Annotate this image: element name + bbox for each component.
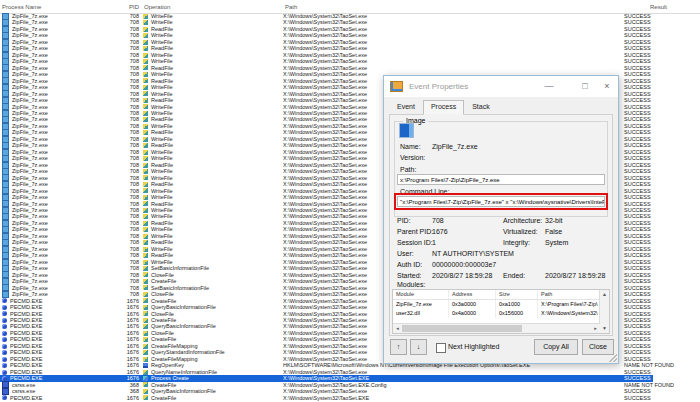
name-label: Name: (400, 143, 421, 150)
operation-icon (143, 318, 148, 323)
module-cell: 0x156000 (496, 309, 538, 318)
process-icon (2, 324, 7, 329)
module-cell: user32.dll (393, 309, 449, 318)
hscroll-left-icon[interactable]: ◂ (393, 324, 402, 333)
started-value: 2020/8/27 18:59:28 (432, 272, 492, 279)
session-id-label: Session ID: (397, 239, 433, 246)
table-row[interactable]: PECMD.EXE1676CreateFileX:\Windows\System… (0, 395, 700, 401)
pid-label: PID: (397, 217, 411, 224)
name-value: ZipFile_7z.exe (432, 143, 478, 150)
maximize-button[interactable]: □ (578, 80, 592, 92)
operation-icon (143, 376, 148, 381)
operation-icon (143, 20, 148, 25)
modules-col-module[interactable]: Module (393, 290, 449, 299)
hscroll-right-icon[interactable]: ▸ (591, 324, 600, 333)
next-highlighted-checkbox[interactable] (436, 343, 446, 353)
operation-icon (143, 311, 148, 316)
col-header-process-name[interactable]: Process Name (0, 4, 123, 10)
operation-icon (143, 260, 148, 265)
tab-stack[interactable]: Stack (464, 100, 498, 114)
operation-icon (143, 344, 148, 349)
command-line-input[interactable]: "x:\Program Files\7-Zip\ZipFile_7z.exe" … (397, 196, 605, 207)
next-event-button[interactable]: ↓ (410, 339, 427, 355)
operation-cell: CreateFile (140, 395, 283, 402)
pid-value: 708 (432, 217, 444, 224)
dialog-title: Event Properties (409, 82, 468, 91)
process-image-icon (399, 123, 414, 138)
operation-icon (143, 240, 148, 245)
minimize-button[interactable]: — (542, 80, 556, 92)
operation-icon (143, 208, 148, 213)
col-header-pid[interactable]: PID (123, 4, 140, 10)
operation-icon (143, 337, 148, 342)
close-icon[interactable]: × (600, 80, 614, 92)
modules-vscrollbar[interactable]: ▲ (599, 290, 609, 324)
path-cell: X:\Windows\System32\TaoSet.EXE (283, 395, 613, 402)
operation-icon (143, 188, 148, 193)
path-input[interactable]: x:\Program Files\7-Zip\ZipFile_7z.exe (397, 174, 605, 185)
operation-icon (143, 91, 148, 96)
module-cell: 0xa1000 (496, 300, 538, 309)
col-header-path[interactable]: Path (283, 4, 613, 10)
operation-icon (143, 169, 148, 174)
module-row[interactable]: user32.dll0x4a00000x156000X:\Windows\Sys… (393, 309, 609, 318)
process-icon (2, 350, 7, 355)
modules-col-address[interactable]: Address (449, 290, 496, 299)
operation-icon (143, 78, 148, 83)
process-icon (2, 395, 7, 400)
module-cell: 0x3a0000 (449, 300, 496, 309)
previous-event-button[interactable]: ↑ (390, 339, 407, 355)
operation-icon (143, 124, 148, 129)
operation-icon (143, 363, 148, 368)
process-icon (2, 337, 7, 342)
copy-all-button[interactable]: Copy All (534, 339, 578, 355)
resize-grip[interactable] (609, 354, 617, 362)
modules-vscroll-down-icon[interactable]: ▼ (600, 323, 609, 333)
dialog-tabs: Event Process Stack (389, 100, 498, 114)
process-icon (2, 376, 7, 381)
integrity-value: System (545, 239, 568, 246)
operation-icon (143, 14, 148, 19)
path-label: Path: (400, 166, 416, 173)
hscroll-thumb[interactable] (402, 325, 522, 332)
modules-table-header: Module Address Size Path (393, 290, 609, 300)
pid-cell: 1676 (123, 395, 140, 402)
operation-icon (143, 247, 148, 252)
process-tab-pane: Image Name: ZipFile_7z.exe Version: Path… (389, 114, 613, 336)
module-cell: ZipFile_7z.exe (393, 300, 449, 309)
operation-icon (143, 201, 148, 206)
parent-pid-value: 1676 (432, 228, 448, 235)
tab-event[interactable]: Event (389, 100, 423, 114)
operation-icon (143, 46, 148, 51)
operation-icon (143, 272, 148, 277)
col-header-result[interactable]: Result (613, 4, 700, 10)
operation-icon (143, 111, 148, 116)
col-header-operation[interactable]: Operation (140, 4, 283, 10)
architecture-label: Architecture: (503, 217, 542, 224)
operation-icon (143, 227, 148, 232)
modules-table: Module Address Size Path ZipFile_7z.exe0… (392, 289, 610, 334)
operation-icon (143, 182, 148, 187)
operation-icon (143, 221, 148, 226)
modules-col-size[interactable]: Size (496, 290, 538, 299)
operation-icon (143, 53, 148, 58)
user-label: User: (397, 250, 414, 257)
operation-icon (143, 72, 148, 77)
module-row[interactable]: ZipFile_7z.exe0x3a00000xa1000X:\Program … (393, 300, 609, 309)
operation-icon (143, 350, 148, 355)
process-icon (2, 318, 7, 323)
operation-icon (143, 163, 148, 168)
close-button[interactable]: Close (582, 339, 614, 355)
process-icon (2, 363, 7, 368)
operation-icon (143, 59, 148, 64)
auth-id-label: Auth ID: (397, 261, 422, 268)
modules-hscrollbar[interactable]: ◂ ▸ (393, 323, 600, 333)
command-line-label: Command Line: (400, 188, 449, 195)
operation-icon (143, 214, 148, 219)
process-icon (2, 305, 7, 310)
tab-process[interactable]: Process (423, 100, 464, 115)
operation-icon (143, 253, 148, 258)
operation-icon (143, 33, 148, 38)
user-value: NT AUTHORITY\SYSTEM (432, 250, 514, 257)
process-icon (2, 298, 7, 303)
